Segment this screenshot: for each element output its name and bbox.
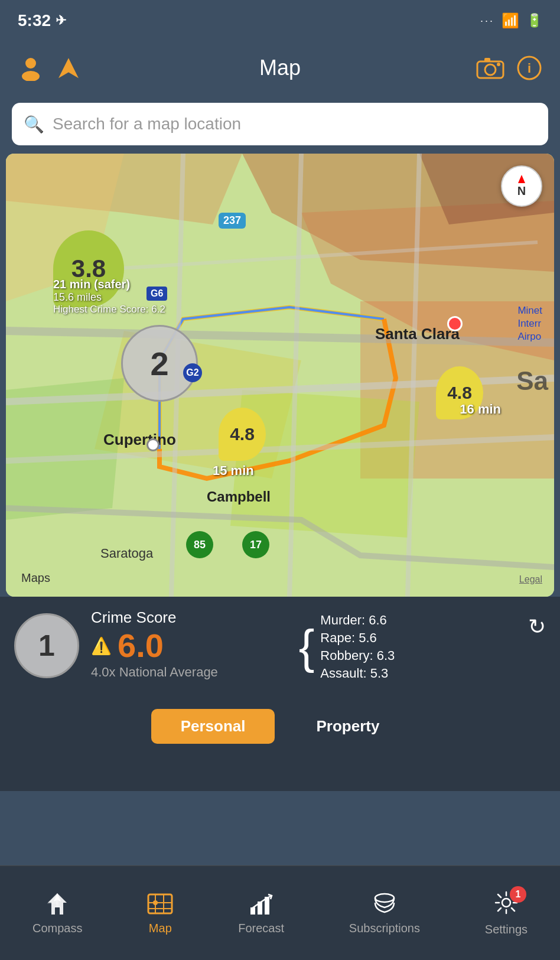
- header-left: [18, 55, 79, 81]
- nav-settings-label: Settings: [485, 923, 528, 936]
- forecast-nav-icon: [248, 891, 274, 917]
- city-santa-clara-label: Santa Clara: [375, 325, 460, 343]
- search-container: 🔍 Search for a map location: [0, 95, 560, 154]
- svg-rect-5: [484, 58, 490, 62]
- crime-score-value: 6.0: [118, 629, 164, 662]
- svg-point-31: [375, 894, 394, 902]
- nav-item-forecast[interactable]: Forecast: [238, 891, 284, 935]
- route-circle-2: 2: [121, 325, 198, 402]
- svg-point-6: [497, 63, 500, 66]
- national-average-label: 4.0x National Average: [91, 665, 293, 680]
- nav-subscriptions-label: Subscriptions: [349, 922, 420, 935]
- subscriptions-nav-icon: [372, 891, 398, 917]
- crime-score-block: Crime Score ⚠️ 6.0 4.0x National Average: [91, 608, 293, 680]
- legal-label[interactable]: Legal: [519, 574, 542, 585]
- svg-marker-2: [60, 60, 77, 76]
- brace-symbol: {: [299, 623, 315, 671]
- apple-maps-label: Maps: [18, 571, 50, 585]
- search-bar[interactable]: 🔍 Search for a map location: [12, 103, 548, 145]
- crime-panel: 1 Crime Score ⚠️ 6.0 4.0x National Avera…: [0, 597, 560, 697]
- compass-nav-icon: [44, 891, 70, 917]
- crime-type-toggle-section: Personal Property: [0, 697, 560, 762]
- svg-point-27: [153, 900, 158, 905]
- status-time: 5:32: [18, 11, 51, 30]
- header-right: i: [476, 55, 542, 81]
- highway-g6-badge: G6: [146, 287, 167, 301]
- status-bar: 5:32 ✈ ··· 📶 🔋: [0, 0, 560, 41]
- city-saratoga-label: Saratoga: [100, 546, 153, 561]
- nav-item-compass[interactable]: Compass: [32, 891, 82, 935]
- city-cupertino-label: Cupertino: [103, 431, 176, 449]
- nav-item-map[interactable]: Map: [147, 891, 173, 935]
- nav-item-subscriptions[interactable]: Subscriptions: [349, 891, 420, 935]
- status-time-container: 5:32 ✈: [18, 11, 66, 30]
- crime-murder: Murder: 6.6: [320, 613, 522, 628]
- svg-point-32: [502, 899, 510, 907]
- navigation-arrow-icon[interactable]: [58, 57, 79, 79]
- svg-point-1: [22, 71, 40, 81]
- signal-dots-icon: ···: [480, 15, 494, 27]
- nav-forecast-label: Forecast: [238, 922, 284, 935]
- svg-point-4: [485, 64, 496, 75]
- warning-icon: ⚠️: [91, 636, 112, 656]
- city-sa-label: Sa: [516, 366, 548, 396]
- bottom-navigation: Compass Map Forecast Subscript: [0, 865, 560, 960]
- route-origin-dot: [146, 438, 159, 451]
- highway-85-badge: 85: [186, 531, 213, 558]
- camera-icon[interactable]: [476, 56, 504, 80]
- search-icon: 🔍: [24, 115, 44, 134]
- route-panel-circle-1: 1: [14, 613, 79, 678]
- highway-17-badge: 17: [242, 531, 269, 558]
- map-container[interactable]: 237 G6 G2 85 17 3.8 21 min (safer) 15.6 …: [6, 154, 554, 597]
- nav-compass-label: Compass: [32, 922, 82, 935]
- time-label-16min: 16 min: [460, 402, 501, 417]
- route-destination-dot: [447, 316, 463, 331]
- personal-toggle-button[interactable]: Personal: [151, 709, 275, 744]
- time-label-15min: 15 min: [213, 463, 254, 479]
- wifi-icon: 📶: [502, 12, 519, 29]
- nav-map-label: Map: [149, 922, 172, 935]
- nav-item-settings[interactable]: 1 Settings: [485, 890, 528, 936]
- header: Map i: [0, 41, 560, 95]
- crime-score-label: Crime Score: [91, 608, 293, 627]
- search-input-placeholder[interactable]: Search for a map location: [53, 115, 241, 134]
- status-nav-arrow: ✈: [56, 13, 66, 28]
- crime-details-block: Murder: 6.6 Rape: 5.6 Robbery: 6.3 Assau…: [320, 613, 522, 681]
- map-nav-icon: [147, 891, 173, 917]
- status-right: ··· 📶 🔋: [480, 12, 542, 29]
- svg-rect-22: [148, 894, 172, 913]
- person-icon[interactable]: [18, 55, 44, 81]
- svg-text:i: i: [528, 61, 531, 76]
- route-1-crime: Highest Crime Score: 6.2: [53, 304, 165, 315]
- airport-label: MinetInterrAirpo: [517, 304, 542, 343]
- crime-bubble-48a: 4.8: [219, 408, 266, 461]
- compass: N: [501, 165, 542, 207]
- settings-badge: 1: [510, 886, 526, 903]
- content-spacer: [0, 762, 560, 791]
- crime-robbery: Robbery: 6.3: [320, 648, 522, 663]
- svg-point-0: [25, 58, 36, 69]
- page-title: Map: [259, 56, 301, 80]
- svg-rect-21: [55, 907, 60, 915]
- city-campbell-label: Campbell: [207, 489, 271, 505]
- crime-score-row: ⚠️ 6.0: [91, 629, 293, 662]
- battery-icon: 🔋: [526, 13, 542, 28]
- refresh-button[interactable]: ↻: [528, 614, 546, 639]
- highway-237-badge: 237: [219, 213, 246, 229]
- crime-rape: Rape: 5.6: [320, 630, 522, 646]
- property-toggle-button[interactable]: Property: [286, 709, 409, 744]
- info-icon[interactable]: i: [516, 55, 542, 81]
- crime-assault: Assault: 5.3: [320, 666, 522, 681]
- highway-g2-badge: G2: [183, 363, 202, 382]
